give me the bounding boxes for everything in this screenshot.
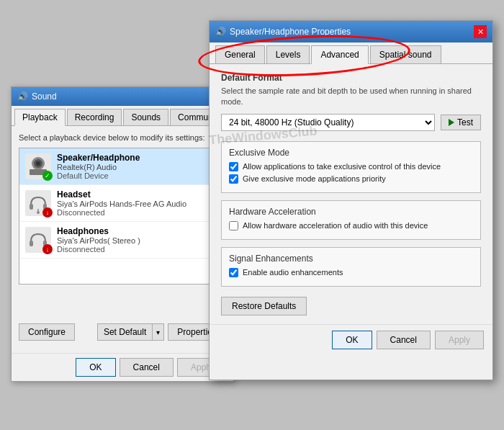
restore-defaults-button[interactable]: Restore Defaults	[221, 297, 307, 315]
tab-sounds[interactable]: Sounds	[123, 109, 168, 125]
tab-spatial-sound[interactable]: Spatial sound	[370, 45, 441, 63]
props-titlebar: 🔊 Speaker/Headphone Properties ✕	[210, 21, 492, 42]
hw-check-1-row: Allow hardware acceleration of audio wit…	[229, 221, 473, 230]
device-status-headset: Disconnected	[57, 208, 220, 217]
disconnected-arrow-headset: ↓	[42, 207, 53, 218]
sound-tabs: Playback Recording Sounds Communications	[12, 106, 233, 126]
sound-cancel-button[interactable]: Cancel	[120, 358, 174, 377]
tab-levels[interactable]: Levels	[266, 45, 310, 63]
format-row: 24 bit, 48000 Hz (Studio Quality) Test	[221, 114, 481, 131]
test-button[interactable]: Test	[441, 115, 481, 130]
play-icon	[449, 119, 454, 126]
props-footer: OK Cancel Apply	[210, 324, 492, 355]
props-window: 🔊 Speaker/Headphone Properties ✕ General…	[209, 20, 493, 380]
props-tabs: General Levels Advanced Spatial sound	[210, 42, 492, 64]
exclusive-check-1-row: Allow applications to take exclusive con…	[229, 162, 473, 171]
sound-window-icon: 🔊	[17, 91, 28, 102]
props-window-title: Speaker/Headphone Properties	[230, 27, 351, 37]
exclusive-check-2-label: Give exclusive mode applications priorit…	[243, 174, 386, 183]
set-default-group: Set Default ▾	[97, 323, 164, 341]
default-format-label: Default Format	[221, 73, 481, 83]
speaker-headphone-icon: ✓	[25, 153, 51, 179]
signal-check-1[interactable]	[229, 268, 238, 277]
default-device-check: ✓	[42, 171, 53, 181]
device-sub-headphones: Siya's AirPods( Stereo )	[57, 236, 220, 245]
tab-advanced[interactable]: Advanced	[311, 45, 368, 64]
default-format-desc: Select the sample rate and bit depth to …	[221, 86, 481, 108]
sound-window-title: Sound	[32, 91, 57, 102]
props-cancel-button[interactable]: Cancel	[377, 331, 431, 349]
signal-enhancements-label: Signal Enhancements	[229, 254, 473, 264]
exclusive-check-1-label: Allow applications to take exclusive con…	[243, 162, 441, 171]
exclusive-check-1[interactable]	[229, 162, 238, 171]
exclusive-mode-section: Exclusive Mode Allow applications to tak…	[221, 141, 481, 193]
device-info-headset: Headset Siya's AirPods Hands-Free AG Aud…	[57, 189, 220, 217]
props-body: Default Format Select the sample rate an…	[210, 64, 492, 324]
device-item-headset[interactable]: ↓ Headset Siya's AirPods Hands-Free AG A…	[19, 185, 225, 222]
svg-rect-11	[30, 241, 33, 246]
close-button[interactable]: ✕	[474, 25, 487, 38]
tab-playback[interactable]: Playback	[14, 109, 66, 126]
sound-titlebar-left: 🔊 Sound	[17, 91, 57, 102]
svg-point-3	[36, 161, 40, 166]
sound-window: 🔊 Sound Playback Recording Sounds Commun…	[11, 86, 234, 382]
svg-rect-6	[30, 204, 33, 210]
signal-check-1-row: Enable audio enhancements	[229, 268, 473, 277]
device-item-speaker[interactable]: ✓ Speaker/Headphone Realtek(R) Audio Def…	[19, 148, 225, 185]
test-label: Test	[457, 117, 473, 127]
format-select[interactable]: 24 bit, 48000 Hz (Studio Quality)	[221, 114, 435, 131]
device-info-speaker: Speaker/Headphone Realtek(R) Audio Defau…	[57, 153, 220, 180]
hw-check-1[interactable]	[229, 221, 238, 230]
hardware-acceleration-section: Hardware Acceleration Allow hardware acc…	[221, 200, 481, 240]
props-ok-button[interactable]: OK	[332, 331, 372, 349]
disconnected-arrow-headphones: ↓	[42, 244, 53, 254]
sound-ok-button[interactable]: OK	[76, 358, 115, 377]
props-titlebar-left: 🔊 Speaker/Headphone Properties	[215, 27, 351, 37]
hardware-acceleration-label: Hardware Acceleration	[229, 207, 473, 217]
device-status-headphones: Disconnected	[57, 245, 220, 254]
signal-enhancements-section: Signal Enhancements Enable audio enhance…	[221, 247, 481, 287]
hw-check-1-label: Allow hardware acceleration of audio wit…	[243, 221, 428, 230]
tab-general[interactable]: General	[215, 45, 265, 63]
device-sub-headset: Siya's AirPods Hands-Free AG Audio	[57, 200, 220, 208]
device-status-speaker: Default Device	[57, 171, 220, 180]
device-list: ✓ Speaker/Headphone Realtek(R) Audio Def…	[19, 148, 226, 285]
exclusive-mode-label: Exclusive Mode	[229, 148, 473, 158]
tab-recording[interactable]: Recording	[67, 109, 122, 125]
device-item-headphones[interactable]: ↓ Headphones Siya's AirPods( Stereo ) Di…	[19, 222, 225, 259]
sound-content: Select a playback device below to modify…	[12, 126, 233, 292]
device-info-headphones: Headphones Siya's AirPods( Stereo ) Disc…	[57, 226, 220, 254]
device-name-speaker: Speaker/Headphone	[57, 153, 220, 163]
exclusive-check-2[interactable]	[229, 174, 238, 184]
signal-check-1-label: Enable audio enhancements	[243, 268, 343, 277]
set-default-button[interactable]: Set Default	[97, 323, 153, 341]
props-window-icon: 🔊	[215, 27, 226, 37]
device-name-headset: Headset	[57, 189, 220, 200]
configure-button[interactable]: Configure	[19, 323, 75, 341]
headphones-icon: ↓	[25, 227, 51, 253]
device-name-headphones: Headphones	[57, 226, 220, 236]
props-apply-button[interactable]: Apply	[435, 331, 484, 349]
headset-icon: ↓	[25, 190, 51, 216]
svg-point-9	[37, 211, 40, 214]
select-device-text: Select a playback device below to modify…	[19, 133, 226, 142]
set-default-arrow-button[interactable]: ▾	[153, 323, 164, 341]
device-sub-speaker: Realtek(R) Audio	[57, 163, 220, 171]
exclusive-check-2-row: Give exclusive mode applications priorit…	[229, 174, 473, 184]
sound-titlebar: 🔊 Sound	[12, 87, 233, 106]
